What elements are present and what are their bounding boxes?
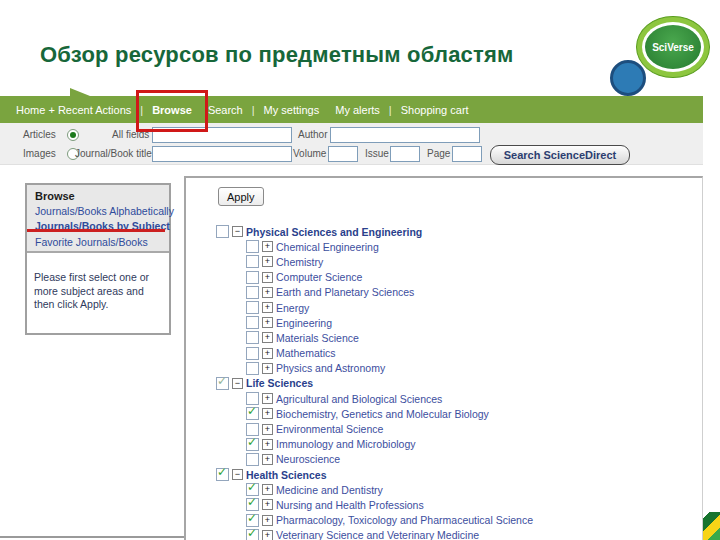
subject-label[interactable]: Nursing and Health Professions — [276, 499, 424, 511]
nav-item-home-recent-actions[interactable]: Home + Recent Actions — [8, 104, 139, 116]
apply-button[interactable]: Apply — [218, 187, 264, 206]
subject-label[interactable]: Chemistry — [276, 256, 323, 268]
subject-browse-panel: Apply −Physical Sciences and Engineering… — [184, 176, 703, 540]
page-input[interactable] — [452, 146, 482, 162]
expand-icon[interactable]: + — [262, 408, 273, 419]
checkmark-icon: ✓ — [247, 527, 257, 539]
subject-checkbox[interactable] — [246, 423, 259, 436]
subject-checkbox[interactable] — [246, 453, 259, 466]
subject-checkbox[interactable]: ✓ — [246, 529, 259, 540]
subject-checkbox[interactable] — [246, 392, 259, 405]
expand-icon[interactable]: + — [262, 348, 273, 359]
images-radio-label: Images — [23, 148, 56, 159]
subject-label[interactable]: Environmental Science — [276, 423, 383, 435]
expand-icon[interactable]: + — [262, 317, 273, 328]
collapse-icon[interactable]: − — [232, 469, 243, 480]
expand-icon[interactable]: + — [262, 241, 273, 252]
subject-checkbox[interactable] — [246, 347, 259, 360]
subject-checkbox[interactable]: ✓ — [246, 514, 259, 527]
expand-icon[interactable]: + — [262, 363, 273, 374]
subject-label[interactable]: Immunology and Microbiology — [276, 438, 415, 450]
nav-item-shopping-cart[interactable]: Shopping cart — [393, 104, 477, 116]
expand-icon[interactable]: + — [262, 454, 273, 465]
tree-row-neuroscience: +Neuroscience — [246, 452, 702, 467]
sidebar-link-favorite-journals-books[interactable]: Favorite Journals/Books — [35, 236, 148, 248]
subject-label[interactable]: Medicine and Dentistry — [276, 484, 383, 496]
subject-checkbox[interactable] — [246, 240, 259, 253]
subject-checkbox[interactable] — [216, 225, 229, 238]
subject-checkbox[interactable]: ✓ — [246, 498, 259, 511]
subject-checkbox[interactable]: ✓ — [216, 468, 229, 481]
subject-checkbox[interactable] — [246, 286, 259, 299]
subject-label[interactable]: Computer Science — [276, 271, 362, 283]
subject-label[interactable]: Veterinary Science and Veterinary Medici… — [276, 529, 479, 540]
tree-row-mathematics: +Mathematics — [246, 346, 702, 361]
search-panel: Articles Images All fields Journal/Book … — [0, 123, 703, 165]
nav-item-my-settings[interactable]: My settings — [256, 104, 328, 116]
subject-label[interactable]: Engineering — [276, 317, 332, 329]
subject-checkbox[interactable] — [246, 362, 259, 375]
subject-label[interactable]: Energy — [276, 302, 309, 314]
subject-label[interactable]: Neuroscience — [276, 453, 340, 465]
volume-input[interactable] — [328, 146, 358, 162]
subject-label[interactable]: Life Sciences — [246, 377, 313, 389]
articles-radio[interactable] — [67, 129, 79, 141]
subject-checkbox[interactable] — [246, 316, 259, 329]
search-sciencedirect-button[interactable]: Search ScienceDirect — [490, 145, 630, 165]
expand-icon[interactable]: + — [262, 287, 273, 298]
tree-row-agricultural-and-biological-sciences: +Agricultural and Biological Sciences — [246, 391, 702, 406]
subject-label[interactable]: Physical Sciences and Engineering — [246, 226, 422, 238]
tree-row-chemical-engineering: +Chemical Engineering — [246, 239, 702, 254]
tree-row-computer-science: +Computer Science — [246, 270, 702, 285]
expand-icon[interactable]: + — [262, 393, 273, 404]
sidebar-link-journals-books-alphabetically[interactable]: Journals/Books Alphabetically — [35, 205, 174, 217]
tree-row-materials-science: +Materials Science — [246, 330, 702, 345]
checkmark-icon: ✓ — [247, 496, 257, 508]
browse-sidebar: Browse Journals/Books AlphabeticallyJour… — [25, 183, 171, 335]
issue-input[interactable] — [390, 146, 420, 162]
tree-row-veterinary-science-and-veterinary-medicine: ✓+Veterinary Science and Veterinary Medi… — [246, 528, 702, 540]
subject-label[interactable]: Chemical Engineering — [276, 241, 379, 253]
tree-row-nursing-and-health-professions: ✓+Nursing and Health Professions — [246, 497, 702, 512]
corner-ribbon-decoration — [702, 512, 720, 540]
expand-icon[interactable]: + — [262, 530, 273, 540]
subject-label[interactable]: Health Sciences — [246, 469, 327, 481]
subject-checkbox[interactable] — [246, 301, 259, 314]
tree-row-physics-and-astronomy: +Physics and Astronomy — [246, 361, 702, 376]
subject-label[interactable]: Mathematics — [276, 347, 336, 359]
checkmark-icon: ✓ — [247, 436, 257, 448]
expand-icon[interactable]: + — [262, 272, 273, 283]
expand-icon[interactable]: + — [262, 332, 273, 343]
expand-icon[interactable]: + — [262, 484, 273, 495]
author-input[interactable] — [330, 127, 480, 143]
subject-checkbox[interactable]: ✓ — [216, 377, 229, 390]
collapse-icon[interactable]: − — [232, 378, 243, 389]
subject-label[interactable]: Pharmacology, Toxicology and Pharmaceuti… — [276, 514, 533, 526]
expand-icon[interactable]: + — [262, 256, 273, 267]
subject-checkbox[interactable]: ✓ — [246, 438, 259, 451]
subject-checkbox[interactable] — [246, 331, 259, 344]
expand-icon[interactable]: + — [262, 515, 273, 526]
expand-icon[interactable]: + — [262, 424, 273, 435]
subject-label[interactable]: Physics and Astronomy — [276, 362, 385, 374]
subject-checkbox[interactable]: ✓ — [246, 407, 259, 420]
expand-icon[interactable]: + — [262, 302, 273, 313]
subject-label[interactable]: Agricultural and Biological Sciences — [276, 393, 442, 405]
journal-book-title-label: Journal/Book title — [75, 148, 152, 159]
browse-highlight-annotation — [136, 90, 208, 132]
tree-row-physical-sciences-and-engineering: −Physical Sciences and Engineering — [216, 224, 702, 239]
collapse-icon[interactable]: − — [232, 226, 243, 237]
subject-label[interactable]: Materials Science — [276, 332, 359, 344]
subject-checkbox[interactable] — [246, 271, 259, 284]
subject-label[interactable]: Biochemistry, Genetics and Molecular Bio… — [276, 408, 489, 420]
expand-icon[interactable]: + — [262, 499, 273, 510]
page-title: Обзор ресурсов по предметным областям — [40, 42, 514, 68]
articles-radio-label: Articles — [23, 129, 56, 140]
author-label: Author — [298, 129, 327, 140]
subject-checkbox[interactable] — [246, 255, 259, 268]
nav-item-my-alerts[interactable]: My alerts — [327, 104, 388, 116]
subject-label[interactable]: Earth and Planetary Sciences — [276, 286, 414, 298]
journal-book-title-input[interactable] — [152, 146, 292, 162]
expand-icon[interactable]: + — [262, 439, 273, 450]
subject-checkbox[interactable]: ✓ — [246, 483, 259, 496]
